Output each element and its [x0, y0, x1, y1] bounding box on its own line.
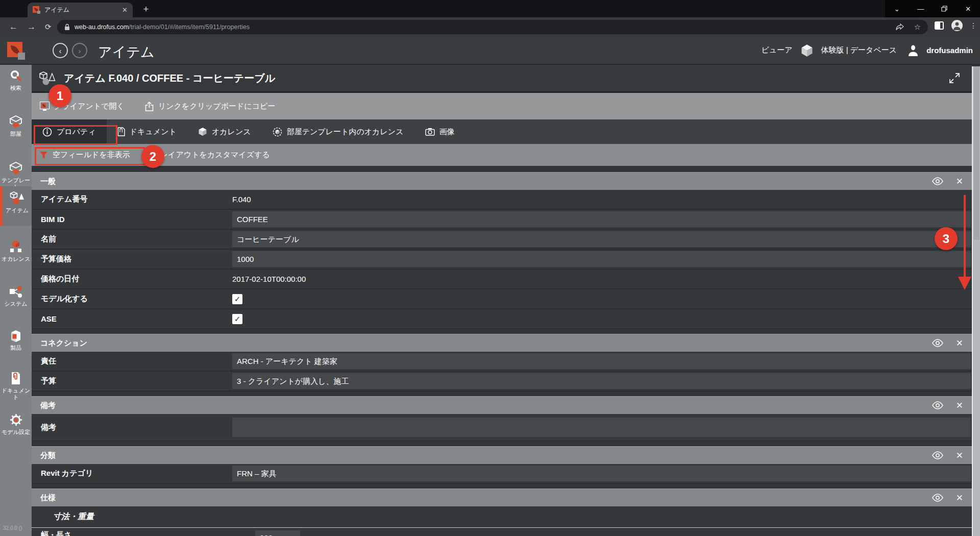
tab-close-icon[interactable]: ✕ [122, 6, 128, 14]
field-row: Revit カテゴリFRN – 家具 [32, 464, 972, 484]
document-icon [117, 127, 125, 136]
tab-search-icon[interactable]: ⌄ [885, 0, 909, 17]
browser-url-row: ← → ⟳ web-au.drofus.com/trial-demo/01/#/… [0, 17, 980, 37]
field-value[interactable]: 3 - クライアントが購入し、施工 [232, 373, 971, 389]
fullscreen-icon[interactable] [949, 72, 960, 84]
item-title: アイテム F.040 / COFFEE - コーヒーテーブル [64, 71, 275, 85]
eye-icon[interactable] [932, 177, 944, 185]
field-label: 価格の日付 [41, 274, 232, 284]
annotation-box-properties-tab [34, 125, 117, 145]
sidebar-item-documents[interactable]: ドキュメント [0, 369, 32, 401]
field-row: ASE✓ [32, 309, 972, 329]
field-value[interactable] [232, 418, 971, 437]
profile-avatar[interactable] [951, 20, 963, 31]
annotation-badge-2: 2 [141, 145, 164, 168]
property-sections: 一般✕アイテム番号F.040BIM IDCOFFEE名前コーヒーテーブル予算価格… [32, 167, 972, 536]
new-tab-button[interactable]: + [139, 3, 153, 16]
sidebar: 検索部屋テンプレートアイテムオカレンスシステム製品ドキュメントモデル設定 32.… [0, 65, 32, 536]
sidebar-item-label: 部屋 [10, 131, 21, 137]
main-content: アイテム F.040 / COFFEE - コーヒーテーブル クライアントで開く… [32, 65, 972, 536]
field-row: 予算3 - クライアントが購入し、施工 [32, 372, 972, 392]
field-value[interactable]: COFFEE [232, 211, 971, 227]
eye-icon[interactable] [932, 339, 944, 347]
restore-icon[interactable] [933, 0, 957, 17]
sidebar-item-products[interactable]: 製品 [0, 327, 32, 351]
copy-link-button[interactable]: リンクをクリップボードにコピー [145, 102, 276, 111]
share-icon[interactable] [895, 23, 904, 31]
close-section-icon[interactable]: ✕ [956, 176, 963, 187]
field-input[interactable]: 900 [255, 530, 300, 536]
sidebar-item-items[interactable]: アイテム [0, 186, 32, 226]
nav-back-button[interactable]: ‹ [53, 43, 68, 58]
close-section-icon[interactable]: ✕ [956, 338, 963, 349]
section-3: 分類✕Revit カテゴリFRN – 家具 [32, 446, 972, 484]
browser-back-icon[interactable]: ← [9, 22, 18, 32]
cube-icon [198, 127, 207, 136]
vertical-scrollbar[interactable] [972, 66, 980, 536]
customize-layout-button[interactable]: レイアウトをカスタマイズする [148, 150, 270, 160]
field-value[interactable]: コーヒーテーブル [232, 231, 971, 247]
username[interactable]: drofusadmin [926, 46, 973, 55]
browser-tabstrip: アイテム ✕ + ⌄ — ✕ [0, 0, 980, 17]
eye-icon[interactable] [932, 451, 944, 459]
field-row: 予算価格1000 [32, 250, 972, 270]
url-domain: web-au.drofus.com [75, 23, 129, 31]
field-value[interactable]: ARCH - アーキテクト 建築家 [232, 353, 971, 369]
field-label: アイテム番号 [41, 194, 232, 204]
database-label[interactable]: 体験版 | データベース [821, 45, 897, 55]
field-row: BIM IDCOFFEE [32, 210, 972, 230]
client-monitor-icon [40, 102, 50, 111]
rooms-icon [9, 115, 23, 129]
tab-documents[interactable]: ドキュメント [107, 119, 187, 144]
subsection-heading: 寸法・重量 [32, 506, 972, 528]
tab-occurrences[interactable]: オカレンス [187, 119, 262, 144]
annotation-arrow-head [958, 277, 971, 290]
field-value[interactable]: FRN – 家具 [232, 466, 971, 481]
scrollbar-thumb[interactable] [974, 66, 979, 240]
copy-link-icon [145, 102, 154, 111]
tab-room-template-occurrences[interactable]: 部屋テンプレート内のオカレンス [262, 119, 414, 144]
reload-icon[interactable]: ⟳ [45, 22, 52, 32]
sidebar-item-occurrences[interactable]: オカレンス [0, 237, 32, 262]
url-bar[interactable]: web-au.drofus.com/trial-demo/01/#/items/… [57, 20, 928, 34]
field-value[interactable]: 1000 [232, 251, 971, 267]
checkbox-checked[interactable]: ✓ [232, 294, 242, 304]
field-label: BIM ID [41, 215, 232, 224]
browser-menu-icon[interactable]: ⋮ [970, 21, 977, 30]
field-label: 幅・長さ [41, 530, 232, 536]
sidebar-item-systems[interactable]: システム [0, 283, 32, 307]
close-section-icon[interactable]: ✕ [956, 400, 963, 411]
section-0: 一般✕アイテム番号F.040BIM IDCOFFEE名前コーヒーテーブル予算価格… [32, 172, 972, 329]
browser-tab[interactable]: アイテム ✕ [28, 3, 133, 17]
field-value: F.040 [232, 195, 971, 204]
side-panel-icon[interactable] [934, 20, 944, 31]
nav-forward-button[interactable]: › [72, 43, 87, 58]
minimize-icon[interactable]: — [909, 0, 933, 17]
url-path: /trial-demo/01/#/items/item/5911/propert… [129, 23, 250, 31]
window-close-icon[interactable]: ✕ [957, 0, 980, 17]
close-section-icon[interactable]: ✕ [956, 493, 963, 503]
lock-icon [64, 23, 70, 31]
bookmark-star-icon[interactable]: ☆ [914, 22, 921, 32]
field-label: 備考 [41, 423, 232, 432]
browser-forward-icon[interactable]: → [27, 22, 36, 32]
field-label: 責任 [41, 356, 232, 366]
field-row: 価格の日付2017-02-10T00:00:00 [32, 270, 972, 289]
section-header: 仕様✕ [32, 489, 972, 506]
close-section-icon[interactable]: ✕ [956, 450, 963, 461]
annotation-arrow-line [964, 195, 966, 277]
eye-icon[interactable] [932, 494, 944, 502]
sidebar-item-model-settings[interactable]: モデル設定 [0, 411, 32, 435]
field-row: 備考 [32, 414, 972, 442]
eye-icon[interactable] [932, 401, 944, 409]
sidebar-item-templates[interactable]: テンプレート [0, 160, 32, 190]
sidebar-item-rooms[interactable]: 部屋 [0, 113, 32, 137]
app-header: ‹ › アイテム ビューア 体験版 | データベース drofusadmin [0, 37, 980, 65]
tab-images[interactable]: 画像 [414, 119, 465, 144]
sidebar-item-search[interactable]: 検索 [0, 67, 32, 91]
sidebar-item-label: モデル設定 [2, 429, 30, 435]
viewer-cube-icon[interactable] [800, 43, 814, 58]
section-4: 仕様✕寸法・重量幅・長さ900mm [32, 489, 972, 536]
viewer-label[interactable]: ビューア [761, 45, 792, 55]
checkbox-checked[interactable]: ✓ [232, 314, 242, 324]
